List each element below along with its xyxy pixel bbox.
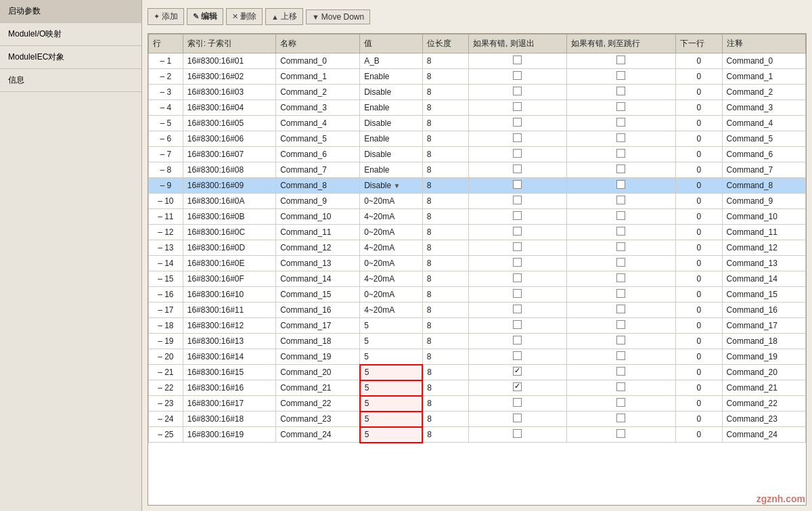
- cell-err-exit[interactable]: [469, 380, 567, 396]
- checkbox-err-exit[interactable]: [513, 351, 522, 360]
- checkbox-err-exit[interactable]: [513, 305, 522, 313]
- checkbox-err-exit[interactable]: [513, 367, 522, 376]
- cell-value[interactable]: 5: [360, 412, 422, 427]
- cell-value[interactable]: 5: [360, 396, 422, 412]
- checkbox-err-exit[interactable]: [513, 429, 522, 438]
- table-row[interactable]: – 1316#8300:16#0DCommand_124~20mA80Comma…: [149, 240, 806, 256]
- table-row[interactable]: – 416#8300:16#04Command_3Enable80Command…: [149, 100, 806, 116]
- cell-err-jump[interactable]: [566, 287, 675, 303]
- cell-err-jump[interactable]: [566, 365, 675, 380]
- cell-err-jump[interactable]: [566, 131, 675, 147]
- table-row[interactable]: – 2016#8300:16#14Command_19580Command_19: [149, 349, 806, 365]
- cell-err-jump[interactable]: [566, 256, 675, 271]
- cell-value[interactable]: Disable: [360, 85, 422, 100]
- cell-value[interactable]: Enable: [360, 131, 422, 147]
- cell-err-exit[interactable]: [469, 162, 567, 178]
- cell-err-jump[interactable]: [566, 303, 675, 318]
- cell-err-exit[interactable]: [469, 365, 567, 380]
- checkbox-err-jump[interactable]: [616, 305, 625, 313]
- table-row[interactable]: – 2216#8300:16#16Command_21580Command_21: [149, 380, 806, 396]
- checkbox-err-jump[interactable]: [616, 196, 625, 204]
- checkbox-err-jump[interactable]: [616, 382, 625, 391]
- cell-err-jump[interactable]: [566, 240, 675, 256]
- checkbox-err-jump[interactable]: [616, 258, 625, 267]
- table-row[interactable]: – 1716#8300:16#11Command_164~20mA80Comma…: [149, 303, 806, 318]
- cell-err-jump[interactable]: [566, 147, 675, 162]
- checkbox-err-jump[interactable]: [616, 273, 625, 282]
- cell-err-jump[interactable]: [566, 318, 675, 334]
- checkbox-err-exit[interactable]: [513, 196, 522, 204]
- table-row[interactable]: – 1216#8300:16#0CCommand_110~20mA80Comma…: [149, 225, 806, 240]
- checkbox-err-exit[interactable]: [513, 55, 522, 64]
- checkbox-err-exit[interactable]: [513, 258, 522, 267]
- table-row[interactable]: – 1616#8300:16#10Command_150~20mA80Comma…: [149, 287, 806, 303]
- checkbox-err-exit[interactable]: [513, 118, 522, 127]
- table-row[interactable]: – 816#8300:16#08Command_7Enable80Command…: [149, 162, 806, 178]
- cell-err-jump[interactable]: [566, 349, 675, 365]
- checkbox-err-jump[interactable]: [616, 71, 625, 80]
- table-row[interactable]: – 2116#8300:16#15Command_20580Command_20: [149, 365, 806, 380]
- cell-err-jump[interactable]: [566, 100, 675, 116]
- cell-err-jump[interactable]: [566, 53, 675, 69]
- cell-err-jump[interactable]: [566, 162, 675, 178]
- cell-err-jump[interactable]: [566, 380, 675, 396]
- cell-err-exit[interactable]: [469, 225, 567, 240]
- cell-value[interactable]: 5: [360, 318, 422, 334]
- table-row[interactable]: – 1516#8300:16#0FCommand_144~20mA80Comma…: [149, 271, 806, 287]
- cell-err-exit[interactable]: [469, 427, 567, 443]
- checkbox-err-jump[interactable]: [616, 55, 625, 64]
- checkbox-err-jump[interactable]: [616, 351, 625, 360]
- cell-value[interactable]: 5: [360, 427, 422, 443]
- checkbox-err-jump[interactable]: [616, 320, 625, 329]
- cell-value[interactable]: Enable: [360, 162, 422, 178]
- cell-err-exit[interactable]: [469, 100, 567, 116]
- cell-err-jump[interactable]: [566, 334, 675, 349]
- cell-value[interactable]: 4~20mA: [360, 209, 422, 225]
- cell-err-exit[interactable]: [469, 303, 567, 318]
- table-row[interactable]: – 316#8300:16#03Command_2Disable80Comman…: [149, 85, 806, 100]
- table-row[interactable]: – 1116#8300:16#0BCommand_104~20mA80Comma…: [149, 209, 806, 225]
- cell-err-jump[interactable]: [566, 209, 675, 225]
- cell-err-exit[interactable]: [469, 194, 567, 209]
- cell-err-jump[interactable]: [566, 194, 675, 209]
- checkbox-err-jump[interactable]: [616, 336, 625, 345]
- checkbox-err-exit[interactable]: [513, 133, 522, 142]
- checkbox-err-exit[interactable]: [513, 149, 522, 158]
- checkbox-err-exit[interactable]: [513, 102, 522, 111]
- cell-err-exit[interactable]: [469, 131, 567, 147]
- checkbox-err-exit[interactable]: [513, 320, 522, 329]
- checkbox-err-exit[interactable]: [513, 414, 522, 422]
- checkbox-err-jump[interactable]: [616, 133, 625, 142]
- cell-err-exit[interactable]: [469, 318, 567, 334]
- cell-err-exit[interactable]: [469, 334, 567, 349]
- sidebar-item-module-io[interactable]: ModuleI/O映射: [0, 23, 141, 46]
- cell-err-jump[interactable]: [566, 225, 675, 240]
- cell-err-exit[interactable]: [469, 412, 567, 427]
- sidebar-item-module-iec[interactable]: ModuleIEC对象: [0, 46, 141, 69]
- delete-button[interactable]: ✕ 删除: [226, 8, 263, 25]
- checkbox-err-exit[interactable]: [513, 71, 522, 80]
- cell-err-exit[interactable]: [469, 116, 567, 131]
- table-row[interactable]: – 2316#8300:16#17Command_22580Command_22: [149, 396, 806, 412]
- checkbox-err-jump[interactable]: [616, 118, 625, 127]
- cell-value[interactable]: Enable: [360, 69, 422, 85]
- checkbox-err-jump[interactable]: [616, 289, 625, 298]
- cell-err-jump[interactable]: [566, 412, 675, 427]
- checkbox-err-exit[interactable]: [513, 87, 522, 95]
- checkbox-err-exit[interactable]: [513, 289, 522, 298]
- sidebar-item-info[interactable]: 信息: [0, 69, 141, 92]
- checkbox-err-exit[interactable]: [513, 227, 522, 236]
- up-button[interactable]: ▲ 上移: [265, 8, 303, 25]
- cell-value[interactable]: 5: [360, 349, 422, 365]
- table-row[interactable]: – 516#8300:16#05Command_4Disable80Comman…: [149, 116, 806, 131]
- cell-err-exit[interactable]: [469, 349, 567, 365]
- checkbox-err-exit[interactable]: [513, 242, 522, 251]
- cell-value[interactable]: 4~20mA: [360, 271, 422, 287]
- cell-err-exit[interactable]: [469, 178, 567, 194]
- checkbox-err-exit[interactable]: [513, 336, 522, 345]
- checkbox-err-exit[interactable]: [513, 164, 522, 173]
- cell-err-exit[interactable]: [469, 287, 567, 303]
- cell-value[interactable]: 0~20mA: [360, 194, 422, 209]
- table-row[interactable]: – 216#8300:16#02Command_1Enable80Command…: [149, 69, 806, 85]
- cell-value[interactable]: 5: [360, 334, 422, 349]
